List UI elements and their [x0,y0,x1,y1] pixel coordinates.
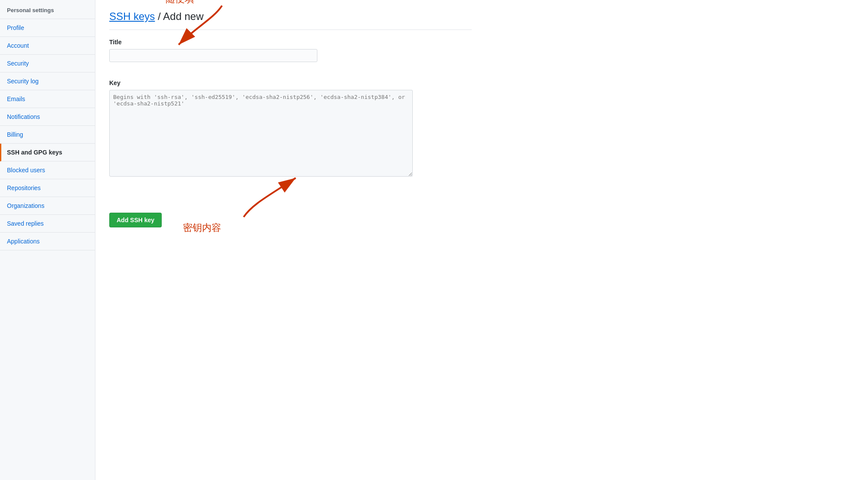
page-header: SSH keys / Add new [109,10,472,30]
sidebar-link-billing[interactable]: Billing [0,126,95,143]
sidebar-link-repositories[interactable]: Repositories [0,179,95,197]
title-input[interactable] [109,49,317,62]
add-ssh-key-form: Title 随便填 Key [109,39,472,227]
breadcrumb-separator: / [155,10,163,22]
annotation-top: 随便填 [166,0,194,6]
sidebar-item-saved-replies[interactable]: Saved replies [0,215,95,233]
sidebar: Personal settings Profile Account Securi… [0,0,95,480]
sidebar-link-notifications[interactable]: Notifications [0,108,95,125]
sidebar-link-saved-replies[interactable]: Saved replies [0,215,95,232]
sidebar-item-organizations[interactable]: Organizations [0,197,95,215]
sidebar-item-applications[interactable]: Applications [0,233,95,250]
sidebar-link-security-log[interactable]: Security log [0,72,95,90]
key-textarea[interactable] [109,90,413,177]
sidebar-item-ssh-gpg-keys[interactable]: SSH and GPG keys [0,144,95,161]
sidebar-item-repositories[interactable]: Repositories [0,179,95,197]
sidebar-item-notifications[interactable]: Notifications [0,108,95,126]
sidebar-item-account[interactable]: Account [0,37,95,55]
sidebar-link-blocked-users[interactable]: Blocked users [0,161,95,179]
sidebar-link-security[interactable]: Security [0,55,95,72]
sidebar-link-profile[interactable]: Profile [0,19,95,36]
sidebar-nav: Profile Account Security Security log Em… [0,19,95,250]
key-label: Key [109,79,472,86]
sidebar-item-billing[interactable]: Billing [0,126,95,144]
title-form-group: Title 随便填 [109,39,472,62]
sidebar-link-account[interactable]: Account [0,37,95,54]
sidebar-item-blocked-users[interactable]: Blocked users [0,161,95,179]
annotation-bottom: 密钥内容 [183,221,221,234]
sidebar-link-organizations[interactable]: Organizations [0,197,95,214]
page-title: SSH keys / Add new [109,10,472,23]
title-label: Title [109,39,472,46]
sidebar-link-emails[interactable]: Emails [0,90,95,108]
sidebar-item-security-log[interactable]: Security log [0,72,95,90]
sidebar-link-applications[interactable]: Applications [0,233,95,250]
key-form-group: Key 密钥内容 [109,79,472,178]
main-content: SSH keys / Add new Title 随便填 [95,0,486,480]
sidebar-header: Personal settings [0,0,95,19]
page-title-rest: Add new [163,10,203,22]
sidebar-item-profile[interactable]: Profile [0,19,95,37]
sidebar-link-ssh-gpg-keys[interactable]: SSH and GPG keys [1,144,95,161]
add-ssh-key-button[interactable]: Add SSH key [109,213,162,227]
sidebar-item-security[interactable]: Security [0,55,95,72]
submit-form-group: Add SSH key [109,213,472,227]
breadcrumb-link[interactable]: SSH keys [109,10,155,22]
sidebar-item-emails[interactable]: Emails [0,90,95,108]
